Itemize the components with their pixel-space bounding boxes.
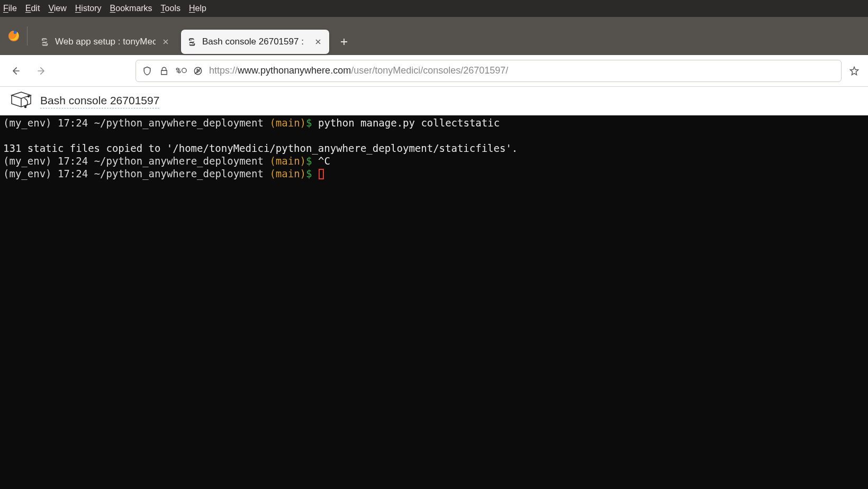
terminal-line: (my_env) 17:24 ~/python_anywhere_deploym…	[3, 116, 865, 129]
forward-button[interactable]	[31, 60, 52, 82]
pythonanywhere-logo-icon[interactable]	[10, 91, 33, 111]
terminal-cursor	[319, 169, 324, 179]
menu-bar: File Edit View History Bookmarks Tools H…	[0, 0, 868, 17]
svg-point-1	[176, 68, 178, 70]
new-tab-button[interactable]	[333, 30, 355, 54]
tab-title: Bash console 26701597 :	[202, 37, 308, 47]
close-tab-icon[interactable]	[313, 37, 323, 47]
page-header: Bash console 26701597	[0, 87, 868, 115]
snake-icon	[40, 37, 50, 47]
lock-icon[interactable]	[158, 65, 170, 77]
shield-icon[interactable]	[141, 65, 153, 77]
menu-view[interactable]: View	[48, 4, 66, 13]
tab-title: Web app setup : tonyMec	[55, 37, 156, 47]
firefox-icon[interactable]	[0, 17, 28, 55]
bookmark-star-icon[interactable]	[846, 66, 863, 76]
terminal-line: (my_env) 17:24 ~/python_anywhere_deploym…	[3, 167, 865, 180]
snake-icon	[187, 37, 197, 47]
back-button[interactable]	[5, 60, 26, 82]
terminal-blank-line	[3, 129, 865, 142]
svg-point-2	[178, 70, 180, 73]
url-text: https://www.pythonanywhere.com/user/tony…	[209, 65, 836, 76]
autoplay-blocked-icon[interactable]	[192, 65, 204, 77]
menu-file[interactable]: File	[3, 4, 17, 13]
terminal-line: (my_env) 17:24 ~/python_anywhere_deploym…	[3, 155, 865, 167]
svg-point-6	[25, 106, 26, 108]
tab-bash-console[interactable]: Bash console 26701597 :	[181, 30, 329, 54]
tabs-row: Web app setup : tonyMec Bash console 267…	[34, 29, 355, 55]
terminal-output: 131 static files copied to '/home/tonyMe…	[3, 142, 865, 155]
tab-webapp-setup[interactable]: Web app setup : tonyMec	[34, 30, 177, 54]
menu-history[interactable]: History	[75, 4, 102, 13]
menu-help[interactable]: Help	[189, 4, 206, 13]
svg-point-5	[28, 96, 30, 97]
nav-bar: https://www.pythonanywhere.com/user/tony…	[0, 55, 868, 87]
url-bar[interactable]: https://www.pythonanywhere.com/user/tony…	[135, 60, 842, 82]
terminal[interactable]: (my_env) 17:24 ~/python_anywhere_deploym…	[0, 115, 868, 489]
close-tab-icon[interactable]	[161, 37, 170, 47]
svg-point-3	[182, 68, 186, 72]
permissions-icon[interactable]	[175, 65, 187, 77]
menu-edit[interactable]: Edit	[25, 4, 40, 13]
menu-tools[interactable]: Tools	[161, 4, 180, 13]
console-title[interactable]: Bash console 26701597	[40, 94, 159, 108]
tab-bar: Web app setup : tonyMec Bash console 267…	[0, 17, 868, 55]
menu-bookmarks[interactable]: Bookmarks	[110, 4, 152, 13]
